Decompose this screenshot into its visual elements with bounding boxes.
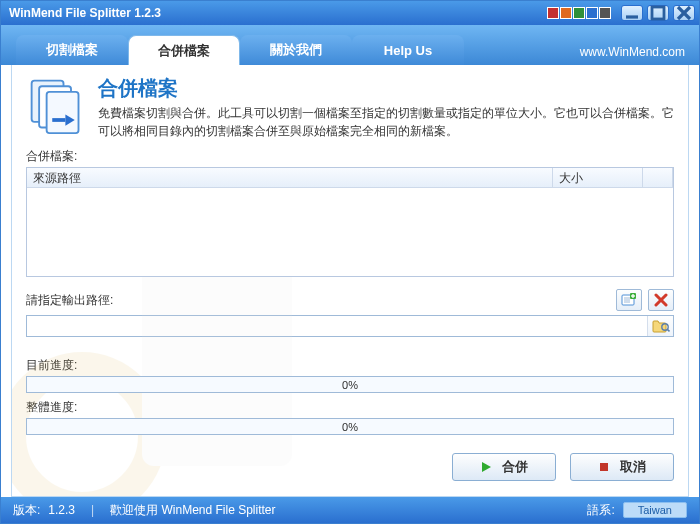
- overall-progress-label: 整體進度:: [26, 399, 674, 416]
- language-button[interactable]: Taiwan: [623, 502, 687, 518]
- version-value: 1.2.3: [48, 503, 75, 517]
- merge-button-label: 合併: [502, 458, 528, 476]
- file-list[interactable]: 來源路徑 大小: [26, 167, 674, 277]
- remove-file-button[interactable]: [648, 289, 674, 311]
- svg-rect-8: [47, 92, 79, 133]
- file-list-header: 來源路徑 大小: [27, 168, 673, 188]
- tab-help-label: Help Us: [384, 43, 432, 58]
- tab-about-label: 關於我們: [270, 41, 322, 59]
- maximize-button[interactable]: [647, 5, 669, 21]
- svg-rect-23: [600, 463, 608, 471]
- current-progress-bar: 0%: [26, 376, 674, 393]
- theme-swatch-orange[interactable]: [560, 7, 572, 19]
- output-path-input[interactable]: [27, 316, 647, 336]
- column-blank: [643, 168, 673, 187]
- tab-split[interactable]: 切割檔案: [16, 35, 128, 65]
- svg-rect-10: [52, 118, 65, 122]
- website-link[interactable]: www.WinMend.com: [580, 45, 685, 59]
- tab-strip: 切割檔案 合併檔案 關於我們 Help Us www.WinMend.com: [1, 25, 699, 65]
- app-window: WinMend File Splitter 1.2.3 切割檔案 合併檔案 關於…: [0, 0, 700, 524]
- welcome-text: 歡迎使用 WinMend File Splitter: [110, 502, 275, 519]
- action-buttons: 合併 取消: [26, 453, 674, 481]
- window-controls: [621, 5, 695, 21]
- minimize-button[interactable]: [621, 5, 643, 21]
- tab-about[interactable]: 關於我們: [240, 35, 352, 65]
- page-heading: 合併檔案: [98, 75, 674, 102]
- output-path-field-wrap: [26, 315, 674, 337]
- separator: |: [91, 503, 94, 517]
- close-button[interactable]: [673, 5, 695, 21]
- tab-help[interactable]: Help Us: [352, 35, 464, 65]
- overall-progress-bar: 0%: [26, 418, 674, 435]
- svg-marker-22: [482, 462, 491, 472]
- add-file-button[interactable]: [616, 289, 642, 311]
- cancel-button[interactable]: 取消: [570, 453, 674, 481]
- intro-section: 合併檔案 免費檔案切割與合併。此工具可以切割一個檔案至指定的切割數量或指定的單位…: [26, 75, 674, 140]
- intro-text: 合併檔案 免費檔案切割與合併。此工具可以切割一個檔案至指定的切割數量或指定的單位…: [98, 75, 674, 140]
- theme-swatch-green[interactable]: [573, 7, 585, 19]
- merge-button[interactable]: 合併: [452, 453, 556, 481]
- svg-rect-1: [652, 7, 664, 19]
- column-source-path[interactable]: 來源路徑: [27, 168, 553, 187]
- current-progress-value: 0%: [342, 379, 358, 391]
- tab-merge-label: 合併檔案: [158, 42, 210, 60]
- folder-search-icon: [652, 319, 670, 333]
- merge-files-label: 合併檔案:: [26, 148, 674, 165]
- titlebar: WinMend File Splitter 1.2.3: [1, 1, 699, 25]
- page-description: 免費檔案切割與合併。此工具可以切割一個檔案至指定的切割數量或指定的單位大小。它也…: [98, 104, 674, 140]
- merge-files-icon: [26, 75, 86, 140]
- current-progress-label: 目前進度:: [26, 357, 674, 374]
- remove-icon: [653, 293, 669, 307]
- cancel-button-label: 取消: [620, 458, 646, 476]
- theme-swatch-red[interactable]: [547, 7, 559, 19]
- language-label: 語系:: [587, 502, 614, 519]
- tab-split-label: 切割檔案: [46, 41, 98, 59]
- theme-swatch-blue[interactable]: [586, 7, 598, 19]
- status-bar: 版本: 1.2.3 | 歡迎使用 WinMend File Splitter 語…: [1, 497, 699, 523]
- add-file-icon: [621, 293, 637, 307]
- play-icon: [480, 461, 492, 473]
- window-title: WinMend File Splitter 1.2.3: [9, 6, 547, 20]
- theme-swatch-gray[interactable]: [599, 7, 611, 19]
- output-path-label: 請指定輸出路徑:: [26, 292, 113, 309]
- svg-line-21: [667, 329, 669, 331]
- tab-merge[interactable]: 合併檔案: [128, 35, 240, 65]
- theme-color-picker: [547, 7, 611, 19]
- stop-icon: [598, 461, 610, 473]
- column-size[interactable]: 大小: [553, 168, 643, 187]
- overall-progress-value: 0%: [342, 421, 358, 433]
- browse-button[interactable]: [647, 316, 673, 336]
- version-label: 版本:: [13, 502, 40, 519]
- content-area: 合併檔案 免費檔案切割與合併。此工具可以切割一個檔案至指定的切割數量或指定的單位…: [11, 65, 689, 497]
